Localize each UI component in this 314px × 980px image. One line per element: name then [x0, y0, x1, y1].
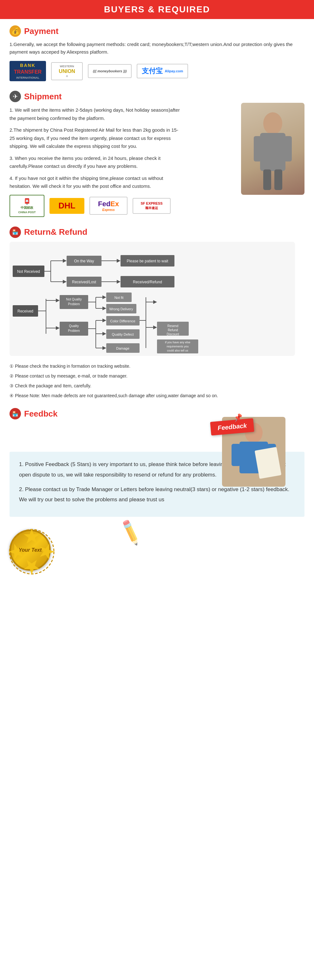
refund-flowchart: Not Received On the Way Please be patien…	[10, 242, 304, 357]
fedex-logo: FedEx Express	[89, 197, 127, 215]
refund-section: 🏪 Return& Refund Not Received On the Way…	[0, 223, 314, 405]
svg-text:could also tell us: could also tell us	[167, 349, 189, 352]
svg-rect-2	[254, 136, 261, 161]
payment-icon: 💰	[10, 25, 21, 37]
svg-rect-5	[274, 169, 282, 190]
svg-text:Color Difference: Color Difference	[110, 319, 135, 323]
svg-text:requirements you: requirements you	[167, 345, 189, 348]
svg-rect-1	[260, 133, 285, 171]
svg-text:Refund: Refund	[168, 328, 178, 332]
feedback-point-2: 2. Please contact us by Trade Manager or…	[19, 484, 295, 505]
svg-rect-33	[60, 295, 88, 309]
svg-text:Received: Received	[17, 309, 33, 313]
shipment-point-1: 1. We will sent the items within 2-5days…	[10, 106, 181, 122]
shipment-content: 1. We will sent the items within 2-5days…	[10, 106, 304, 190]
payment-title-row: 💰 Payment	[10, 25, 304, 37]
svg-text:If you have any else: If you have any else	[165, 341, 190, 344]
shipment-point-3: 3. When you receive the items you ordere…	[10, 154, 181, 170]
refund-note-1: ① Please check the tracking in formation…	[10, 362, 304, 370]
sf-logo: SF EXPRESS 顺丰速运	[133, 198, 171, 214]
svg-rect-4	[263, 169, 271, 190]
shipment-title-row: ✈ Shipment	[10, 91, 304, 102]
svg-rect-48	[60, 322, 88, 336]
svg-text:Not fit: Not fit	[114, 296, 124, 299]
svg-text:Discount: Discount	[167, 332, 179, 336]
page-header: BUYERS & REQUIRED	[0, 0, 314, 19]
badge-wrapper: Your Text	[10, 530, 51, 571]
svg-text:Not Received: Not Received	[17, 269, 40, 274]
svg-text:Quality Defect: Quality Defect	[112, 332, 133, 336]
alipay-logo: 支付宝 Alipay.com	[137, 64, 188, 78]
svg-text:Received/Lost: Received/Lost	[72, 280, 97, 284]
feedback-section: 🏪 Feedbck Feedback 📌 1. Positive Feedba	[0, 405, 314, 526]
svg-marker-87	[24, 560, 40, 575]
svg-rect-82	[232, 444, 240, 466]
svg-marker-86	[24, 528, 40, 544]
dhl-logo: DHL	[49, 198, 84, 214]
shipment-section: ✈ Shipment 1. We will sent the items wit…	[0, 88, 314, 223]
western-union-logo: WESTERN UNION ®	[51, 62, 83, 80]
shipment-person-image	[241, 103, 304, 195]
refund-note-4: ④ Please Note: Men made defects are not …	[10, 392, 304, 400]
moneybookers-logo: ((( moneybookers )))	[88, 64, 132, 78]
svg-text:Please be patient to wait: Please be patient to wait	[127, 259, 168, 263]
shipment-icon: ✈	[10, 91, 21, 102]
svg-text:Quality: Quality	[69, 324, 79, 328]
thumbtack-icon: 📌	[233, 413, 243, 423]
svg-rect-3	[284, 136, 292, 161]
gold-badge: Your Text	[10, 530, 51, 571]
shipping-logos: 📮 中国邮政 CHINA POST DHL FedEx Express SF E…	[10, 195, 304, 217]
bottom-badge-area: Your Text ✏️	[0, 526, 314, 577]
shipment-point-2: 2.The shipment by China Post Registered …	[10, 126, 181, 150]
feedback-image-area: Feedback 📌	[10, 423, 304, 449]
payment-heading: Payment	[24, 26, 59, 36]
svg-text:Not Quality: Not Quality	[66, 298, 81, 301]
refund-note-2: ② Please contact us by meesage, e-mail, …	[10, 372, 304, 380]
feedback-icon: 🏪	[10, 408, 21, 419]
badge-text: Your Text	[19, 547, 42, 554]
person-svg	[247, 108, 298, 190]
payment-text: 1.Generally, we accept the following pay…	[10, 41, 304, 56]
shipment-heading: Shipment	[24, 92, 62, 102]
refund-note-3: ③ Check the package and Item, carefully.	[10, 382, 304, 390]
payment-section: 💰 Payment 1.Generally, we accept the fol…	[0, 19, 314, 88]
svg-point-0	[263, 112, 282, 135]
svg-text:Wrong Delivery: Wrong Delivery	[109, 307, 133, 311]
chinapost-logo: 📮 中国邮政 CHINA POST	[10, 195, 44, 217]
refund-heading: Return& Refund	[24, 227, 87, 237]
refund-notes: ① Please check the tracking in formation…	[10, 362, 304, 400]
svg-text:On the Way: On the Way	[74, 259, 94, 263]
svg-text:Received/Refund: Received/Refund	[133, 280, 162, 284]
payment-logos: BANK TRANSFER INTERNATIONAL WESTERN UNIO…	[10, 61, 304, 81]
svg-text:Damage: Damage	[116, 347, 129, 350]
svg-text:Problem: Problem	[68, 329, 79, 332]
shipment-point-4: 4. If you have not got it within the shi…	[10, 174, 181, 190]
bank-transfer-logo: BANK TRANSFER INTERNATIONAL	[10, 61, 46, 81]
flowchart-svg: Not Received On the Way Please be patien…	[10, 242, 295, 356]
refund-title-row: 🏪 Return& Refund	[10, 226, 304, 238]
svg-text:Problem: Problem	[68, 302, 79, 306]
page-title: BUYERS & REQUIRED	[0, 5, 314, 14]
feedback-heading: Feedbck	[24, 409, 58, 419]
refund-icon: 🏪	[10, 226, 21, 238]
shipment-points: 1. We will sent the items within 2-5days…	[10, 106, 187, 190]
svg-text:Resend: Resend	[168, 324, 178, 328]
svg-marker-89	[40, 544, 55, 560]
